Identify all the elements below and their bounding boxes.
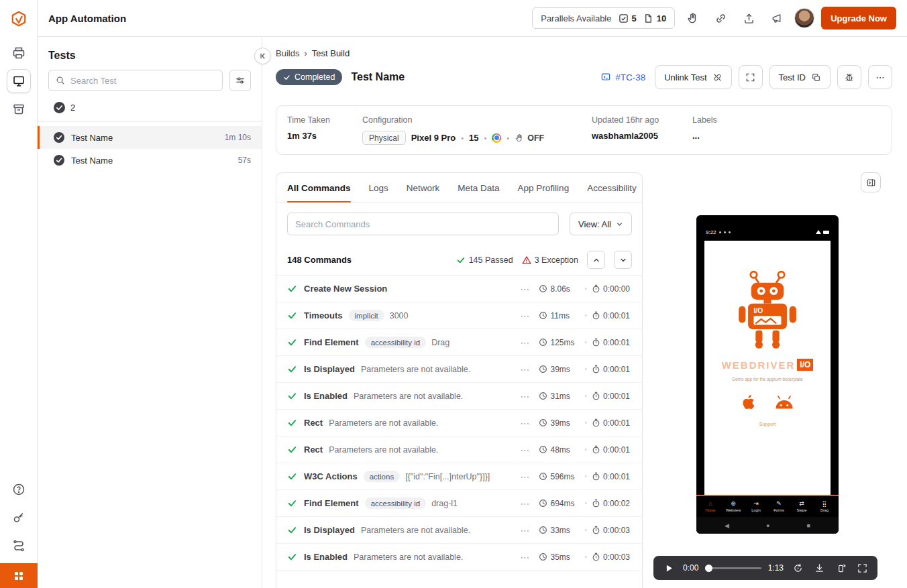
rail-item-archive[interactable]: [7, 97, 31, 121]
key-icon: [12, 511, 25, 524]
stopwatch-icon: [592, 552, 600, 561]
app-logo[interactable]: [0, 0, 37, 37]
command-menu-button[interactable]: ⋯: [520, 525, 530, 536]
filter-button[interactable]: [229, 70, 251, 91]
restart-button[interactable]: [790, 561, 805, 575]
device-nav-forms[interactable]: ✎ Forms: [767, 496, 790, 517]
device-nav-label: Swipe: [797, 508, 807, 512]
collapse-panel-button[interactable]: [861, 172, 881, 192]
android-recents-button[interactable]: ■: [807, 522, 810, 529]
upgrade-button[interactable]: Upgrade Now: [821, 7, 896, 30]
command-row[interactable]: Rect Parameters are not available. ⋯ 39m…: [276, 410, 642, 436]
rail-item-realtime[interactable]: [7, 41, 31, 65]
test-list-item[interactable]: Test Name 1m 10s: [38, 126, 262, 149]
command-row[interactable]: Find Element accessibility id drag-l1 ⋯ …: [276, 490, 642, 517]
test-id-button[interactable]: Test ID: [769, 65, 831, 89]
command-search[interactable]: [287, 213, 559, 235]
device-nav-login[interactable]: ⇥ Login: [745, 496, 767, 517]
status-icon: [724, 231, 726, 233]
command-row[interactable]: Is Enabled Parameters are not available.…: [276, 383, 642, 410]
command-timestamp: 0:00:01: [603, 392, 633, 401]
expand-button[interactable]: [739, 65, 763, 89]
command-row[interactable]: Find Element accessibility id Drag ⋯ 125…: [276, 329, 642, 356]
command-menu-button[interactable]: ⋯: [520, 284, 530, 294]
tab-app-profiling[interactable]: App Profiling: [518, 173, 570, 202]
command-row[interactable]: Timeouts implicit 3000 ⋯ 11ms • 0:00:01: [276, 302, 642, 329]
rail-bottom-action[interactable]: [0, 563, 38, 588]
command-menu-button[interactable]: ⋯: [520, 337, 530, 348]
success-check-icon: [287, 364, 297, 374]
rail-item-api-key[interactable]: [7, 506, 31, 530]
command-row[interactable]: W3C Actions actions [{"id":"Fin[...]nter…: [276, 463, 642, 490]
separator-dot: •: [584, 419, 587, 426]
tab-logs[interactable]: Logs: [369, 173, 388, 202]
breadcrumb-builds[interactable]: Builds: [276, 48, 299, 58]
command-menu-button[interactable]: ⋯: [520, 445, 530, 455]
command-menu-button[interactable]: ⋯: [520, 364, 530, 375]
status-icon: [729, 231, 731, 233]
scroll-up-button[interactable]: [587, 251, 605, 269]
collapse-tests-panel-button[interactable]: [254, 48, 271, 64]
tab-all-commands[interactable]: All Commands: [287, 173, 351, 202]
command-row[interactable]: Rect Parameters are not available. ⋯ 48m…: [276, 436, 642, 463]
build-title-row: Completed Test Name #TC-38 Unlink Test T…: [276, 65, 892, 89]
rotate-device-button[interactable]: [833, 561, 848, 575]
command-search-input[interactable]: [295, 219, 551, 229]
fullscreen-icon: [857, 563, 867, 573]
seek-bar[interactable]: [705, 567, 761, 569]
command-row[interactable]: Create New Session ⋯ 8.06s • 0:00:00: [276, 276, 642, 302]
command-timestamp: 0:00:03: [603, 552, 633, 562]
rail-item-workflows[interactable]: [7, 534, 31, 558]
debug-button[interactable]: [837, 65, 861, 89]
fullscreen-button[interactable]: [855, 561, 869, 575]
command-menu-button[interactable]: ⋯: [520, 391, 530, 402]
device-nav-home[interactable]: ⌂ Home: [699, 496, 722, 517]
more-options-button[interactable]: ⋯: [868, 65, 892, 89]
command-timestamp-metric: 0:00:03: [592, 552, 633, 562]
user-avatar[interactable]: [794, 8, 814, 28]
device-nav-label: Drag: [820, 508, 829, 512]
command-menu-button[interactable]: ⋯: [520, 310, 530, 321]
test-search-input[interactable]: [70, 76, 215, 86]
workflow-icon: [12, 539, 25, 552]
parallels-pill[interactable]: Parallels Available 5 10: [532, 7, 675, 29]
rail-item-app-automation[interactable]: [7, 69, 31, 93]
android-back-button[interactable]: ◀: [725, 522, 729, 529]
tab-label: Logs: [369, 183, 388, 193]
android-system-nav: ◀ ● ■: [696, 517, 839, 534]
test-list-item[interactable]: Test Name 57s: [38, 149, 262, 172]
seek-thumb[interactable]: [705, 565, 712, 572]
play-button[interactable]: [661, 561, 676, 575]
test-search[interactable]: [48, 70, 223, 91]
command-menu-button[interactable]: ⋯: [520, 418, 530, 428]
device-nav-webview[interactable]: ⊕ Webview: [722, 496, 745, 517]
completed-group[interactable]: 2: [38, 91, 262, 121]
android-home-button[interactable]: ●: [766, 522, 769, 529]
tab-accessibility[interactable]: Accessibility: [587, 173, 637, 202]
device-nav-swipe[interactable]: ⇄ Swipe: [790, 496, 813, 517]
link-button[interactable]: [710, 7, 731, 29]
tab-network[interactable]: Network: [407, 173, 440, 202]
command-timestamp-metric: 0:00:01: [592, 445, 633, 455]
rail-item-help[interactable]: [7, 477, 31, 502]
command-row[interactable]: Is Displayed Parameters are not availabl…: [276, 356, 642, 383]
command-name: Find Element: [304, 337, 359, 347]
tab-meta-data[interactable]: Meta Data: [458, 173, 499, 202]
command-menu-button[interactable]: ⋯: [520, 552, 530, 563]
command-menu-button[interactable]: ⋯: [520, 471, 530, 482]
announcements-button[interactable]: [766, 7, 788, 29]
command-row[interactable]: Is Displayed Parameters are not availabl…: [276, 517, 642, 544]
command-duration: 39ms: [550, 418, 580, 428]
view-filter-dropdown[interactable]: View: All: [570, 213, 632, 235]
test-case-link[interactable]: #TC-38: [600, 72, 645, 82]
upload-button[interactable]: [738, 7, 759, 29]
download-button[interactable]: [812, 561, 826, 575]
device-screen[interactable]: I/O WEBDRIVER I/O: [704, 241, 831, 495]
device-nav-drag[interactable]: ⣿ Drag: [813, 496, 836, 517]
gesture-button[interactable]: [682, 7, 703, 29]
unlink-test-button[interactable]: Unlink Test: [655, 65, 731, 89]
command-row[interactable]: Is Enabled Parameters are not available.…: [276, 544, 642, 571]
scroll-down-button[interactable]: [614, 251, 632, 269]
command-menu-button[interactable]: ⋯: [520, 498, 530, 509]
exception-count: 3 Exception: [522, 255, 578, 265]
